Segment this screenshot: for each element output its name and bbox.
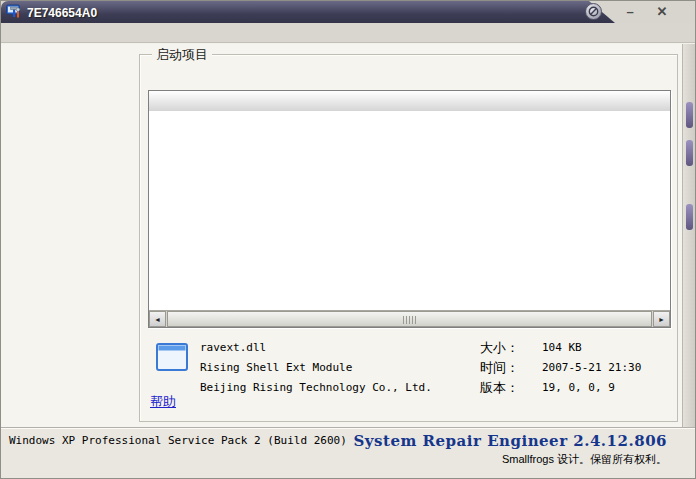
scroll-right-icon[interactable]: ► <box>653 311 670 327</box>
scrollbar-thumb[interactable] <box>167 311 652 327</box>
menu-bar <box>1 23 695 43</box>
frame-ornament <box>686 102 693 128</box>
time-label: 时间： <box>480 359 519 377</box>
scrollbar-grip <box>403 316 417 324</box>
table-header <box>149 91 670 111</box>
size-value: 104 KB <box>542 341 582 354</box>
app-version-text: System Repair Engineer 2.4.12.806 <box>354 432 667 450</box>
window-title: 7E746654A0 <box>27 6 97 20</box>
credit-text: Smallfrogs 设计。保留所有权利。 <box>502 452 667 467</box>
minimize-button[interactable]: – <box>617 2 643 21</box>
startup-table: ◄ ► <box>148 90 671 328</box>
file-icon <box>156 343 188 375</box>
app-icon <box>6 3 22 23</box>
table-body <box>149 111 670 310</box>
skin-menu-button[interactable] <box>585 3 602 20</box>
scroll-left-icon[interactable]: ◄ <box>149 311 166 327</box>
app-window: 7E746654A0 – ✕ 启动项目 <box>0 0 696 479</box>
frame-ornament <box>686 204 693 230</box>
detail-description: Rising Shell Ext Module <box>200 361 352 374</box>
title-bar: 7E746654A0 – ✕ <box>1 1 695 23</box>
file-details: ravext.dll Rising Shell Ext Module Beiji… <box>150 337 669 399</box>
size-label: 大小： <box>480 339 519 357</box>
action-row: 帮助 <box>150 391 669 413</box>
window-frame-decoration <box>682 44 695 427</box>
group-title: 启动项目 <box>152 46 212 64</box>
horizontal-scrollbar[interactable]: ◄ ► <box>149 310 670 327</box>
status-bar: Windows XP Professional Service Pack 2 (… <box>1 427 695 478</box>
os-version-text: Windows XP Professional Service Pack 2 (… <box>9 434 347 447</box>
content-area: 启动项目 ◄ ► <box>1 44 695 427</box>
frame-ornament <box>686 140 693 166</box>
time-value: 2007-5-21 21:30 <box>542 361 641 374</box>
help-link[interactable]: 帮助 <box>150 393 176 411</box>
detail-filename: ravext.dll <box>200 341 266 354</box>
sidebar <box>1 48 133 427</box>
startup-items-group: 启动项目 ◄ ► <box>139 54 678 422</box>
tab-bar <box>148 68 671 90</box>
close-button[interactable]: ✕ <box>649 2 675 21</box>
